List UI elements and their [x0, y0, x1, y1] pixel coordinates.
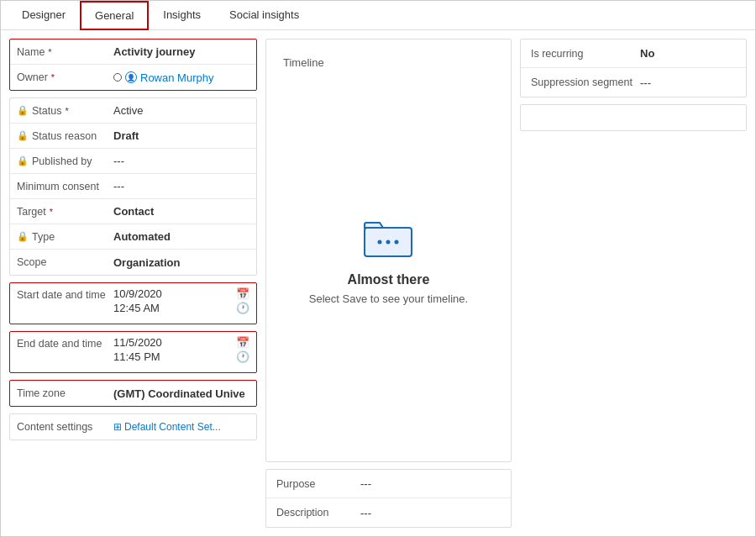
- scope-value: Organization: [113, 256, 249, 269]
- middle-panel: Timeline Almo: [265, 39, 512, 528]
- timezone-label: Time zone: [17, 387, 113, 399]
- content-settings-row: Content settings ⊞ Default Content Set..…: [10, 414, 256, 440]
- start-date-values: 10/9/2020 📅 12:45 AM 🕐: [113, 287, 249, 314]
- content-settings-section: Content settings ⊞ Default Content Set..…: [9, 413, 257, 440]
- left-panel: Name * Activity journey Owner * 👤: [9, 39, 257, 528]
- start-date-label: Start date and time: [17, 287, 113, 301]
- start-clock-icon[interactable]: 🕐: [236, 302, 249, 314]
- owner-required: *: [51, 72, 55, 82]
- target-value: Contact: [113, 205, 249, 218]
- suppression-value: ---: [640, 76, 736, 89]
- timeline-label: Timeline: [283, 56, 324, 69]
- end-date-values: 11/5/2020 📅 11:45 PM 🕐: [113, 336, 249, 363]
- svg-point-3: [395, 240, 399, 244]
- owner-person-icon: 👤: [125, 71, 137, 83]
- start-date-time-row: 12:45 AM 🕐: [113, 302, 249, 314]
- timeline-box: Timeline Almo: [265, 39, 512, 462]
- tab-designer[interactable]: Designer: [8, 1, 80, 30]
- start-date-time[interactable]: 12:45 AM: [113, 302, 160, 314]
- form-section-top: Name * Activity journey Owner * 👤: [9, 39, 257, 91]
- main-content: Name * Activity journey Owner * 👤: [1, 30, 755, 536]
- end-date-date[interactable]: 11/5/2020: [113, 336, 162, 349]
- is-recurring-row: Is recurring No: [521, 39, 746, 68]
- tab-bar: Designer General Insights Social insight…: [1, 1, 755, 30]
- is-recurring-value: No: [640, 47, 736, 60]
- minimum-consent-value: ---: [113, 180, 249, 192]
- tab-social-insights[interactable]: Social insights: [215, 1, 313, 30]
- published-lock-icon: 🔒: [17, 155, 29, 166]
- owner-row: Owner * 👤 Rowan Murphy: [10, 65, 256, 90]
- folder-icon: [363, 218, 413, 262]
- end-calendar-icon[interactable]: 📅: [236, 336, 249, 349]
- scope-row: Scope Organization: [10, 250, 256, 275]
- end-date-time[interactable]: 11:45 PM: [113, 350, 160, 363]
- end-date-row: End date and time 11/5/2020 📅 11:45 PM 🕐: [10, 332, 256, 372]
- right-info-box: Is recurring No Suppression segment ---: [520, 39, 747, 97]
- suppression-row: Suppression segment ---: [521, 68, 746, 97]
- description-value[interactable]: ---: [360, 507, 501, 519]
- svg-point-2: [386, 240, 391, 244]
- status-reason-lock-icon: 🔒: [17, 130, 29, 141]
- form-section-middle: 🔒 Status * Active 🔒 Status reason Draft: [9, 97, 257, 276]
- status-reason-row: 🔒 Status reason Draft: [10, 124, 256, 149]
- end-date-label: End date and time: [17, 336, 113, 350]
- target-required: *: [50, 207, 53, 217]
- content-settings-grid-icon: ⊞: [113, 421, 122, 433]
- type-label: 🔒 Type: [17, 231, 113, 243]
- name-value[interactable]: Activity journey: [113, 45, 249, 58]
- target-row: Target * Contact: [10, 199, 256, 224]
- suppression-label: Suppression segment: [531, 76, 640, 88]
- start-calendar-icon[interactable]: 📅: [236, 287, 249, 300]
- description-label: Description: [276, 507, 360, 519]
- purpose-label: Purpose: [276, 478, 360, 490]
- timezone-value[interactable]: (GMT) Coordinated Unive: [113, 387, 249, 400]
- status-reason-label: 🔒 Status reason: [17, 130, 113, 142]
- purpose-value[interactable]: ---: [360, 477, 501, 490]
- purpose-box: Purpose --- Description ---: [265, 469, 512, 528]
- tab-insights[interactable]: Insights: [149, 1, 215, 30]
- status-row: 🔒 Status * Active: [10, 98, 256, 124]
- owner-circle-icon: [113, 73, 122, 82]
- owner-label: Owner *: [17, 71, 113, 83]
- end-date-time-row: 11:45 PM 🕐: [113, 350, 249, 363]
- content-settings-value[interactable]: ⊞ Default Content Set...: [113, 421, 249, 433]
- minimum-consent-label: Minimum consent: [17, 181, 113, 192]
- save-hint-text: Select Save to see your timeline.: [309, 292, 468, 305]
- start-date-section: Start date and time 10/9/2020 📅 12:45 AM…: [9, 282, 257, 324]
- scope-label: Scope: [17, 256, 113, 268]
- published-by-label: 🔒 Published by: [17, 155, 113, 167]
- status-required: *: [65, 106, 68, 116]
- start-date-date-row: 10/9/2020 📅: [113, 287, 249, 300]
- end-date-date-row: 11/5/2020 📅: [113, 336, 249, 349]
- status-value: Active: [113, 104, 249, 117]
- name-label: Name *: [17, 46, 113, 58]
- almost-there-heading: Almost there: [348, 272, 430, 287]
- right-panel: Is recurring No Suppression segment ---: [520, 39, 747, 528]
- is-recurring-label: Is recurring: [531, 48, 640, 60]
- start-date-date[interactable]: 10/9/2020: [113, 287, 162, 300]
- name-row: Name * Activity journey: [10, 39, 256, 65]
- type-lock-icon: 🔒: [17, 231, 29, 242]
- end-clock-icon[interactable]: 🕐: [236, 350, 249, 363]
- owner-value[interactable]: 👤 Rowan Murphy: [113, 71, 249, 84]
- target-label: Target *: [17, 206, 113, 218]
- app-container: Designer General Insights Social insight…: [0, 0, 756, 537]
- end-date-section: End date and time 11/5/2020 📅 11:45 PM 🕐: [9, 331, 257, 373]
- content-settings-label: Content settings: [17, 421, 113, 433]
- status-reason-value: Draft: [113, 129, 249, 142]
- published-by-value: ---: [113, 155, 249, 167]
- timezone-section: Time zone (GMT) Coordinated Unive: [9, 380, 257, 407]
- tab-general[interactable]: General: [80, 1, 149, 30]
- status-lock-icon: 🔒: [17, 105, 29, 116]
- type-value: Automated: [113, 230, 249, 243]
- name-required: *: [48, 47, 51, 57]
- empty-right-box: [520, 104, 747, 131]
- purpose-row: Purpose ---: [266, 470, 511, 498]
- folder-icon-container: Almost there Select Save to see your tim…: [309, 77, 468, 445]
- svg-point-1: [378, 240, 382, 244]
- status-label: 🔒 Status *: [17, 105, 113, 117]
- minimum-consent-row: Minimum consent ---: [10, 174, 256, 199]
- timezone-row: Time zone (GMT) Coordinated Unive: [10, 381, 256, 406]
- start-date-row: Start date and time 10/9/2020 📅 12:45 AM…: [10, 283, 256, 324]
- published-by-row: 🔒 Published by ---: [10, 149, 256, 174]
